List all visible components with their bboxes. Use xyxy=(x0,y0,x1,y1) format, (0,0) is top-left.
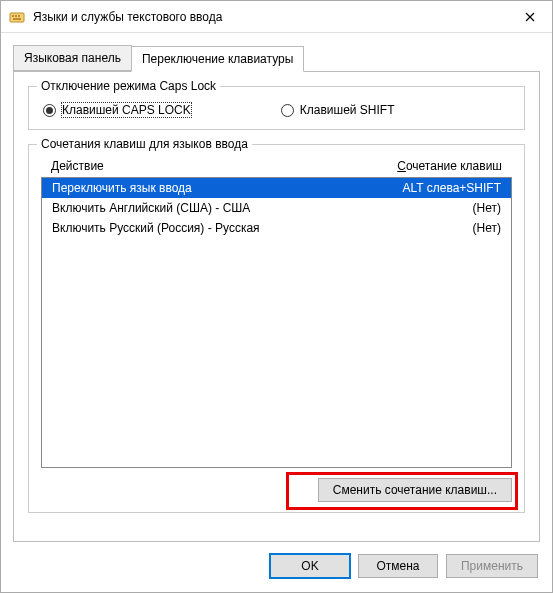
capslock-group-title: Отключение режима Caps Lock xyxy=(37,79,220,93)
svg-rect-1 xyxy=(12,15,14,17)
app-icon xyxy=(9,9,25,25)
window-title: Языки и службы текстового ввода xyxy=(33,10,507,24)
capslock-radios: Клавишей CAPS LOCK Клавишей SHIFT xyxy=(41,99,512,119)
radio-shift-label: Клавишей SHIFT xyxy=(300,103,395,117)
radio-capslock[interactable]: Клавишей CAPS LOCK xyxy=(43,103,191,117)
row-combo: ALT слева+SHIFT xyxy=(403,181,502,195)
cancel-button[interactable]: Отмена xyxy=(358,554,438,578)
row-action: Переключить язык ввода xyxy=(52,181,192,195)
capslock-group: Отключение режима Caps Lock Клавишей CAP… xyxy=(28,86,525,130)
tab-language-bar[interactable]: Языковая панель xyxy=(13,45,132,71)
hotkeys-group: Сочетания клавиш для языков ввода Действ… xyxy=(28,144,525,513)
tab-panel: Отключение режима Caps Lock Клавишей CAP… xyxy=(13,71,540,542)
svg-rect-2 xyxy=(15,15,17,17)
row-action: Включить Английский (США) - США xyxy=(52,201,250,215)
list-header: Действие Сочетание клавиш xyxy=(41,157,512,177)
header-action: Действие xyxy=(51,159,104,173)
titlebar: Языки и службы текстового ввода xyxy=(1,1,552,33)
row-combo: (Нет) xyxy=(473,221,501,235)
hotkey-listbox[interactable]: Переключить язык ввода ALT слева+SHIFT В… xyxy=(41,177,512,468)
apply-button: Применить xyxy=(446,554,538,578)
hotkeys-group-title: Сочетания клавиш для языков ввода xyxy=(37,137,252,151)
radio-capslock-label: Клавишей CAPS LOCK xyxy=(62,103,191,117)
list-row[interactable]: Включить Английский (США) - США (Нет) xyxy=(42,198,511,218)
ok-button[interactable]: OK xyxy=(270,554,350,578)
svg-rect-4 xyxy=(13,18,21,20)
radio-icon xyxy=(281,104,294,117)
svg-rect-0 xyxy=(10,13,24,22)
svg-rect-3 xyxy=(18,15,20,17)
header-combo: Сочетание клавиш xyxy=(397,159,502,173)
change-hotkey-button[interactable]: Сменить сочетание клавиш... xyxy=(318,478,512,502)
radio-icon xyxy=(43,104,56,117)
radio-shift[interactable]: Клавишей SHIFT xyxy=(281,103,395,117)
tabstrip: Языковая панель Переключение клавиатуры xyxy=(13,45,540,71)
list-row[interactable]: Включить Русский (Россия) - Русская (Нет… xyxy=(42,218,511,238)
dialog-footer: OK Отмена Применить xyxy=(1,542,552,592)
content-area: Языковая панель Переключение клавиатуры … xyxy=(1,33,552,542)
change-button-row: Сменить сочетание клавиш... xyxy=(41,478,512,502)
dialog-window: Языки и службы текстового ввода Языковая… xyxy=(0,0,553,593)
close-button[interactable] xyxy=(507,2,552,32)
list-row[interactable]: Переключить язык ввода ALT слева+SHIFT xyxy=(42,178,511,198)
row-action: Включить Русский (Россия) - Русская xyxy=(52,221,260,235)
tab-keyboard-switch[interactable]: Переключение клавиатуры xyxy=(131,46,304,72)
row-combo: (Нет) xyxy=(473,201,501,215)
